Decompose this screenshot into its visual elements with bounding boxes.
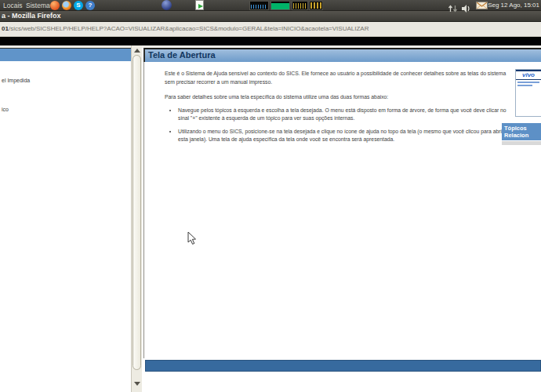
volume-icon[interactable] — [462, 2, 471, 16]
firefox-launcher-icon[interactable] — [62, 1, 71, 10]
skype-launcher-icon[interactable]: S — [74, 1, 83, 10]
help-launcher-icon[interactable]: ? — [85, 1, 95, 10]
desktop-top-panel: Locais Sistema S ? Seg 12 Ago, 15:01 — [0, 0, 541, 11]
window-title: a - Mozilla Firefox — [0, 11, 541, 21]
cpu-monitor-applet[interactable] — [249, 1, 269, 10]
ad-text-line — [517, 85, 532, 86]
related-topics-box[interactable]: Tópicos Relacion — [502, 123, 541, 140]
desktop-screen: { "desktop_panel": { "menu_locais": "Loc… — [0, 0, 541, 392]
ad-banner[interactable]: vivo — [515, 69, 541, 117]
location-bar[interactable]: 01/sics/web/SICSHELP/HELP/HELP?ACAO=VISU… — [0, 22, 541, 37]
content-title-bar: Tela de Abertura — [143, 48, 541, 62]
ad-text-line — [517, 82, 539, 83]
topics-tree-header-bar — [0, 48, 133, 61]
page-title: Tela de Abertura — [148, 50, 216, 60]
intro-paragraph: Este é o Sistema de Ajuda sensível ao co… — [165, 69, 508, 86]
scrollbar-up-arrow-icon[interactable] — [134, 49, 140, 53]
url-host-text: 01 — [2, 25, 9, 32]
topics-tree-frame: el Impedida ico — [0, 48, 133, 392]
distro-launcher-icon[interactable] — [50, 1, 60, 10]
related-topics-line: Relacion — [504, 132, 541, 139]
page-black-banner — [0, 37, 541, 45]
window-titlebar[interactable]: a - Mozilla Firefox — [0, 11, 541, 22]
list-item: Navegue pelos tópicos à esquerda e escol… — [178, 107, 507, 122]
related-topics-shadow — [502, 141, 541, 145]
tree-scrollbar[interactable] — [131, 45, 142, 392]
instructions-list: Navegue pelos tópicos à esquerda e escol… — [171, 107, 507, 143]
network-arrows-icon[interactable] — [448, 2, 457, 16]
document-applet-icon[interactable] — [195, 0, 204, 10]
related-topics-line: Tópicos — [504, 125, 541, 132]
mail-envelope-icon[interactable] — [476, 2, 488, 9]
help-content-frame: Tela de Abertura Este é o Sistema de Aju… — [143, 48, 541, 392]
content-footer-bar — [145, 360, 541, 372]
menu-locais[interactable]: Locais — [0, 0, 26, 11]
network-monitor-applet[interactable] — [292, 1, 308, 10]
content-body: Este é o Sistema de Ajuda sensível ao co… — [143, 62, 541, 358]
memory-monitor-applet[interactable] — [270, 1, 290, 10]
vivo-logo: vivo — [516, 71, 541, 79]
tree-item-ico[interactable]: ico — [2, 107, 9, 112]
subtitle-paragraph: Para saber detalhes sobre uma tela espec… — [165, 93, 508, 101]
mouse-cursor — [187, 231, 197, 249]
ad-divider — [516, 79, 541, 80]
disk-monitor-applet[interactable] — [309, 1, 323, 10]
globe-applet-icon[interactable] — [162, 0, 172, 10]
list-item: Utilizando o menu do SICS, posicione-se … — [178, 128, 507, 143]
panel-clock[interactable]: Seg 12 Ago, 15:01 — [488, 0, 539, 11]
green-arrow-icon — [198, 4, 203, 9]
scrollbar-thumb[interactable] — [133, 55, 141, 370]
scrollbar-down-arrow-icon[interactable] — [134, 382, 140, 386]
url-path-text: /sics/web/SICSHELP/HELP/HELP?ACAO=VISUAL… — [9, 25, 369, 32]
tree-item-impedida[interactable]: el Impedida — [2, 78, 30, 83]
menu-sistema[interactable]: Sistema — [23, 0, 53, 11]
